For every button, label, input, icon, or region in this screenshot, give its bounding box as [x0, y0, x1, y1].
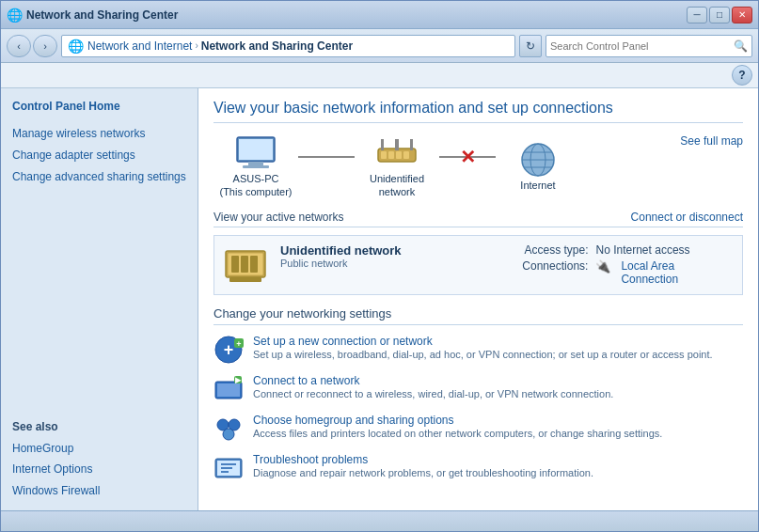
- breadcrumb-network-internet[interactable]: Network and Internet: [87, 39, 192, 53]
- sidebar-homegroup[interactable]: HomeGroup: [12, 439, 186, 459]
- svg-text:+: +: [224, 340, 234, 359]
- breadcrumb-bar: 🌐 Network and Internet › Network and Sha…: [61, 35, 515, 57]
- internet-label: Internet: [520, 179, 555, 192]
- svg-rect-10: [381, 139, 384, 150]
- active-networks-header: View your active networks: [213, 211, 344, 224]
- computer-icon: [232, 134, 279, 172]
- svg-rect-9: [395, 139, 399, 150]
- svg-text:▶: ▶: [235, 376, 242, 384]
- net-item-computer: ASUS-PC (This computer): [213, 134, 298, 199]
- minimize-button[interactable]: ─: [687, 7, 707, 23]
- connect-network-icon: ▶: [213, 374, 244, 404]
- active-network-card: Unidentified network Public network Acce…: [213, 235, 743, 295]
- connections-label: Connections:: [514, 259, 589, 286]
- setting-item-2: Choose homegroup and sharing options Acc…: [213, 414, 743, 444]
- setting-link-3[interactable]: Troubleshoot problems: [253, 453, 743, 466]
- access-type-label: Access type:: [514, 243, 589, 257]
- new-connection-icon: + +: [213, 335, 244, 365]
- svg-rect-1: [239, 139, 273, 160]
- svg-rect-37: [221, 463, 236, 465]
- search-bar: 🔍: [546, 35, 752, 57]
- sidebar-advanced-sharing[interactable]: Change advanced sharing settings: [12, 167, 186, 187]
- change-settings-header: Change your networking settings: [213, 306, 743, 325]
- line-1: [298, 156, 355, 158]
- addressbar: ‹ › 🌐 Network and Internet › Network and…: [1, 29, 758, 63]
- see-also-header: See also: [12, 420, 186, 433]
- breadcrumb-sep-1: ›: [195, 40, 198, 51]
- router-label: Unidentified network: [355, 172, 439, 199]
- setting-text-3: Troubleshoot problems Diagnose and repai…: [253, 453, 743, 480]
- setting-text-1: Connect to a network Connect or reconnec…: [253, 374, 743, 401]
- svg-rect-21: [231, 256, 239, 273]
- router-icon: [373, 134, 420, 172]
- titlebar-buttons: ─ □ ✕: [687, 7, 752, 23]
- globe-icon: [514, 141, 561, 179]
- sidebar-change-adapter[interactable]: Change adapter settings: [12, 146, 186, 165]
- network-large-icon: [222, 243, 269, 287]
- network-info: Unidentified network Public network: [280, 243, 502, 269]
- setting-desc-1: Connect or reconnect to a wireless, wire…: [253, 388, 613, 399]
- close-button[interactable]: ✕: [732, 7, 752, 23]
- setting-desc-0: Set up a wireless, broadband, dial-up, a…: [253, 349, 713, 360]
- svg-point-34: [223, 429, 234, 440]
- maximize-button[interactable]: □: [709, 7, 730, 23]
- setting-item-0: + + Set up a new connection or network S…: [213, 335, 743, 365]
- connector-1: [298, 138, 355, 176]
- connect-disconnect-link[interactable]: Connect or disconnect: [631, 211, 743, 224]
- page-title: View your basic network information and …: [213, 100, 743, 123]
- active-networks-section: View your active networks Connect or dis…: [213, 211, 743, 227]
- svg-rect-6: [388, 151, 394, 159]
- titlebar-title: Network and Sharing Center: [26, 8, 178, 22]
- search-input[interactable]: [550, 40, 734, 52]
- sidebar-internet-options[interactable]: Internet Options: [12, 460, 186, 479]
- nav-buttons: ‹ ›: [7, 35, 57, 57]
- sidebar: Control Panel Home Manage wireless netwo…: [1, 88, 198, 510]
- svg-rect-8: [403, 151, 409, 159]
- setting-item-1: ▶ Connect to a network Connect or reconn…: [213, 374, 743, 404]
- svg-rect-29: [217, 383, 240, 397]
- statusbar: [1, 510, 758, 531]
- setting-text-0: Set up a new connection or network Set u…: [253, 335, 743, 362]
- refresh-button[interactable]: ↻: [519, 35, 542, 57]
- connections-row: Connections: 🔌 Local Area Connection: [514, 259, 735, 286]
- net-item-router: Unidentified network: [355, 134, 439, 199]
- access-type-row: Access type: No Internet access: [514, 243, 735, 257]
- forward-button[interactable]: ›: [33, 35, 57, 57]
- network-diagram: ASUS-PC (This computer): [213, 134, 743, 199]
- svg-rect-2: [248, 162, 263, 165]
- setting-desc-3: Diagnose and repair network problems, or…: [253, 467, 593, 478]
- window: 🌐 Network and Sharing Center ─ □ ✕ ‹ › 🌐…: [0, 0, 759, 532]
- setting-link-0[interactable]: Set up a new connection or network: [253, 335, 743, 348]
- computer-label: ASUS-PC (This computer): [219, 172, 292, 199]
- svg-rect-23: [250, 256, 258, 273]
- breadcrumb-current: Network and Sharing Center: [201, 39, 353, 53]
- sidebar-home-link[interactable]: Control Panel Home: [12, 98, 186, 115]
- sidebar-windows-firewall[interactable]: Windows Firewall: [12, 481, 186, 501]
- svg-rect-3: [243, 165, 269, 168]
- connector-2: ✕: [439, 138, 496, 176]
- setting-item-3: Troubleshoot problems Diagnose and repai…: [213, 453, 743, 483]
- setting-link-2[interactable]: Choose homegroup and sharing options: [253, 414, 743, 427]
- svg-rect-5: [381, 151, 387, 159]
- x-mark: ✕: [460, 146, 476, 168]
- network-details: Access type: No Internet access Connecti…: [514, 243, 735, 286]
- setting-link-1[interactable]: Connect to a network: [253, 374, 743, 387]
- full-map-link[interactable]: See full map: [680, 134, 743, 148]
- setting-desc-2: Access files and printers located on oth…: [253, 428, 662, 439]
- sidebar-manage-wireless[interactable]: Manage wireless networks: [12, 124, 186, 144]
- content-panel: View your basic network information and …: [198, 88, 758, 510]
- svg-rect-38: [221, 467, 232, 469]
- help-button[interactable]: ?: [732, 65, 752, 86]
- sidebar-spacer: [12, 188, 186, 412]
- troubleshoot-icon: [213, 453, 244, 483]
- svg-text:+: +: [236, 339, 241, 349]
- titlebar: 🌐 Network and Sharing Center ─ □ ✕: [1, 1, 758, 29]
- svg-rect-11: [410, 139, 413, 150]
- titlebar-left: 🌐 Network and Sharing Center: [7, 8, 178, 23]
- svg-rect-7: [396, 151, 402, 159]
- search-icon[interactable]: 🔍: [734, 39, 748, 53]
- back-button[interactable]: ‹: [7, 35, 31, 57]
- homegroup-icon: [213, 414, 244, 444]
- connection-value[interactable]: Local Area Connection: [621, 259, 735, 286]
- net-item-internet: Internet: [496, 141, 580, 192]
